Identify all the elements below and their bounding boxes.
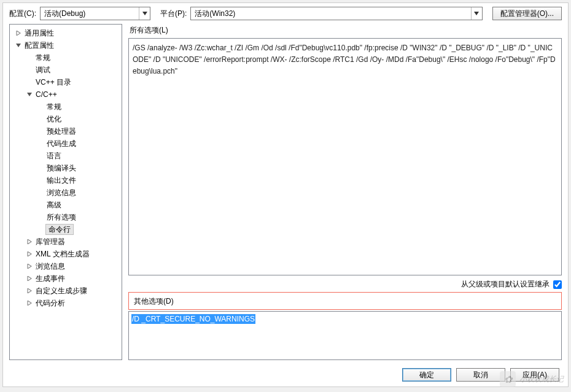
tree-item[interactable]: 常规: [10, 101, 122, 113]
tree-item-label: 配置属性: [25, 41, 54, 50]
chevron-down-icon: [471, 7, 482, 20]
tree-item[interactable]: 常规: [10, 52, 122, 64]
tree-item-label: 命令行: [49, 225, 71, 234]
tree-item-label: 所有选项: [47, 213, 76, 221]
inherit-checkbox[interactable]: [553, 280, 562, 289]
all-options-label: 所有选项(L): [130, 25, 562, 36]
tree-expand-icon[interactable]: [26, 275, 33, 282]
tree-item-label: 调试: [36, 66, 50, 74]
inherit-label: 从父级或项目默认设置继承: [461, 279, 550, 290]
tree-toggle-spacer: [37, 213, 44, 221]
tree-toggle-spacer: [37, 128, 44, 135]
cancel-button[interactable]: 取消: [456, 368, 505, 382]
other-options-selected-text: /D _CRT_SECURE_NO_WARNINGS: [131, 314, 255, 324]
tree-toggle-spacer: [37, 201, 44, 209]
tree-toggle-spacer: [37, 103, 44, 110]
tree-item-label: 代码分析: [36, 299, 65, 307]
tree-item[interactable]: 自定义生成步骤: [10, 285, 122, 297]
other-options-group: 其他选项(D): [128, 292, 562, 310]
tree-item[interactable]: 命令行: [10, 223, 122, 236]
apply-button[interactable]: 应用(A): [510, 368, 559, 382]
tree-item-label: 库管理器: [36, 237, 65, 246]
tree-item[interactable]: 调试: [10, 64, 122, 76]
tree-item-label: 高级: [47, 201, 61, 209]
tree-item[interactable]: 语言: [10, 150, 122, 162]
tree-item-label: 预编译头: [47, 164, 76, 172]
tree-item[interactable]: 库管理器: [10, 236, 122, 248]
tree-item[interactable]: 高级: [10, 199, 122, 211]
tree-item[interactable]: 预处理器: [10, 125, 122, 137]
tree-toggle-spacer: [37, 140, 44, 147]
tree-item[interactable]: C/C++: [10, 88, 122, 101]
tree-expand-icon[interactable]: [26, 287, 33, 294]
tree-expand-icon[interactable]: [26, 238, 33, 245]
tree-item-label: 代码生成: [47, 139, 76, 148]
property-pages-dialog: 配置(C): 活动(Debug) 平台(P): 活动(Win32) 配置管理器(…: [2, 2, 569, 387]
tree-toggle-spacer: [37, 189, 44, 196]
tree-toggle-spacer: [26, 54, 33, 61]
tree-item-label: 通用属性: [25, 29, 54, 37]
config-combo-value: 活动(Debug): [41, 7, 139, 20]
tree-expand-icon[interactable]: [26, 250, 33, 258]
platform-combo-value: 活动(Win32): [191, 7, 470, 20]
tree-collapse-icon[interactable]: [26, 91, 33, 98]
dialog-buttons: 确定 取消 应用(A): [402, 368, 559, 382]
tree-item[interactable]: 预编译头: [10, 162, 122, 174]
tree-expand-icon[interactable]: [26, 299, 33, 307]
platform-combo[interactable]: 活动(Win32): [190, 7, 482, 20]
tree-toggle-spacer: [37, 152, 44, 159]
ok-button[interactable]: 确定: [402, 368, 451, 382]
tree-item[interactable]: 代码生成: [10, 137, 122, 150]
tree-item[interactable]: 配置属性: [10, 39, 122, 52]
tree-item[interactable]: 输出文件: [10, 174, 122, 186]
tree-item-label: 预处理器: [47, 127, 76, 136]
tree-item[interactable]: VC++ 目录: [10, 76, 122, 88]
tree-expand-icon[interactable]: [15, 29, 22, 37]
tree-toggle-spacer: [37, 164, 44, 172]
chevron-down-icon: [139, 7, 150, 20]
right-panel: 所有选项(L) /GS /analyze- /W3 /Zc:wchar_t /Z…: [128, 24, 562, 360]
tree-item-label: 生成事件: [36, 274, 65, 283]
tree-item-label: 常规: [36, 53, 50, 62]
tree-item[interactable]: 浏览信息: [10, 260, 122, 272]
inherit-row: 从父级或项目默认设置继承: [128, 279, 562, 290]
tree-toggle-spacer: [26, 79, 33, 86]
tree-item[interactable]: 通用属性: [10, 27, 122, 39]
tree-item[interactable]: 代码分析: [10, 297, 122, 309]
other-options-textbox[interactable]: /D _CRT_SECURE_NO_WARNINGS: [128, 311, 562, 360]
tree-item-label: 浏览信息: [47, 188, 76, 197]
platform-label: 平台(P):: [160, 9, 187, 19]
tree-item[interactable]: 所有选项: [10, 211, 122, 223]
tree-toggle-spacer: [37, 115, 44, 123]
tree-item[interactable]: 优化: [10, 113, 122, 125]
config-label: 配置(C):: [9, 9, 36, 19]
tree-expand-icon[interactable]: [26, 263, 33, 270]
all-options-textbox[interactable]: /GS /analyze- /W3 /Zc:wchar_t /ZI /Gm /O…: [128, 38, 562, 275]
other-options-label: 其他选项(D): [134, 296, 557, 307]
tree-item-label: 优化: [47, 115, 61, 123]
config-manager-button[interactable]: 配置管理器(O)...: [492, 7, 562, 20]
tree-item-label: 输出文件: [47, 176, 76, 185]
tree-panel[interactable]: 通用属性配置属性常规调试VC++ 目录C/C++常规优化预处理器代码生成语言预编…: [9, 24, 122, 360]
tree-item-label: XML 文档生成器: [36, 250, 90, 258]
tree-item-label: VC++ 目录: [36, 78, 71, 86]
tree-item-label: C/C++: [36, 90, 57, 99]
tree-toggle-spacer: [26, 66, 33, 74]
tree-item-label: 浏览信息: [36, 262, 65, 271]
tree-item[interactable]: 生成事件: [10, 272, 122, 285]
tree-item-label: 常规: [47, 102, 61, 111]
tree-toggle-spacer: [37, 177, 44, 184]
tree-toggle-spacer: [37, 226, 44, 233]
config-combo[interactable]: 活动(Debug): [40, 7, 150, 20]
tree-item-label: 自定义生成步骤: [36, 286, 87, 295]
tree-item[interactable]: 浏览信息: [10, 186, 122, 199]
top-bar: 配置(C): 活动(Debug) 平台(P): 活动(Win32) 配置管理器(…: [3, 3, 568, 24]
tree-item-label: 语言: [47, 152, 61, 160]
main-area: 通用属性配置属性常规调试VC++ 目录C/C++常规优化预处理器代码生成语言预编…: [3, 24, 568, 360]
tree-collapse-icon[interactable]: [15, 42, 22, 49]
tree-item[interactable]: XML 文档生成器: [10, 248, 122, 260]
